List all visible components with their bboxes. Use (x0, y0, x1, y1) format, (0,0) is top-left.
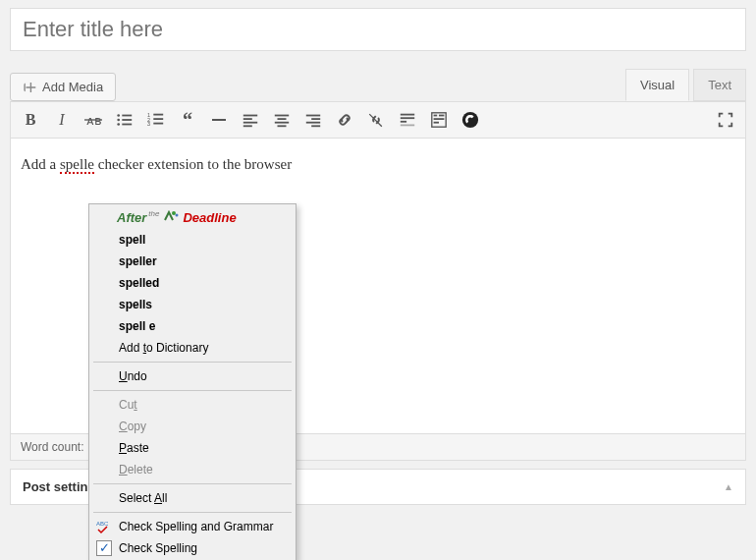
svg-point-2 (117, 114, 120, 117)
svg-rect-9 (153, 114, 163, 116)
check-icon: ✓ (96, 540, 112, 556)
tab-visual[interactable]: Visual (625, 69, 689, 101)
fullscreen-button[interactable] (714, 108, 737, 132)
post-settings-label: Post settin (23, 479, 87, 494)
check-spelling-grammar[interactable]: ABC Check Spelling and Grammar (91, 516, 294, 537)
brand-deadline: Deadline (183, 210, 236, 225)
suggestion-item[interactable]: spelled (91, 272, 294, 294)
svg-rect-22 (306, 115, 320, 117)
align-center-button[interactable] (270, 108, 294, 132)
atd-brand: After the Deadline (91, 206, 294, 229)
copy: Copy (91, 416, 294, 437)
delete: Delete (91, 459, 294, 480)
toolbar-toggle-button[interactable] (427, 108, 451, 132)
svg-rect-24 (306, 122, 320, 124)
svg-rect-23 (311, 118, 320, 120)
undo[interactable]: Undo (91, 365, 294, 387)
svg-rect-25 (311, 125, 320, 127)
add-media-label: Add Media (42, 80, 103, 94)
paste[interactable]: Paste (91, 437, 294, 459)
add-to-dictionary[interactable]: Add to Dictionary (91, 337, 294, 359)
svg-point-4 (117, 119, 120, 122)
suggestion-item[interactable]: spell (91, 229, 294, 251)
svg-rect-3 (122, 115, 132, 117)
svg-rect-5 (122, 119, 132, 121)
svg-rect-19 (278, 118, 287, 120)
svg-rect-27 (401, 117, 414, 119)
misspelled-word[interactable]: spelle (60, 156, 94, 174)
svg-point-6 (117, 123, 120, 126)
toggle-arrow-icon: ▲ (724, 481, 733, 492)
hr-button[interactable] (207, 108, 231, 132)
svg-rect-31 (434, 115, 438, 117)
select-all[interactable]: Select All (91, 487, 294, 509)
link-button[interactable] (333, 108, 356, 132)
content-text-before: Add a (21, 156, 60, 172)
word-count-label: Word count: (21, 440, 83, 454)
svg-point-37 (176, 214, 179, 217)
add-media-button[interactable]: Add Media (10, 73, 116, 101)
svg-rect-11 (153, 118, 163, 120)
separator (93, 483, 292, 484)
svg-rect-20 (275, 122, 289, 124)
strikethrough-button[interactable]: ᴀʙᴄ (81, 108, 105, 132)
svg-point-36 (172, 211, 176, 215)
svg-rect-33 (434, 118, 445, 120)
svg-point-35 (462, 112, 478, 128)
insert-more-button[interactable] (396, 108, 419, 132)
abc-check-icon: ABC (96, 519, 112, 534)
italic-button[interactable]: I (50, 108, 74, 132)
media-icon (23, 81, 36, 94)
blockquote-button[interactable]: “ (176, 108, 199, 132)
svg-text:3: 3 (147, 121, 150, 127)
brand-logo-icon (163, 210, 179, 222)
svg-rect-7 (122, 124, 132, 126)
check-spelling[interactable]: ✓ Check Spelling (91, 537, 294, 559)
context-menu: After the Deadline spell speller spelled… (88, 203, 297, 560)
svg-rect-29 (401, 125, 414, 127)
svg-rect-16 (243, 122, 257, 124)
svg-text:ABC: ABC (96, 521, 109, 527)
content-text-after: checker extension to the browser (94, 156, 292, 172)
bold-button[interactable]: B (19, 108, 42, 132)
brand-the: the (148, 209, 159, 218)
align-left-button[interactable] (239, 108, 262, 132)
svg-rect-18 (275, 115, 289, 117)
svg-rect-26 (401, 114, 414, 116)
title-input[interactable] (10, 8, 746, 51)
bullet-list-button[interactable] (113, 108, 136, 132)
cut: Cut (91, 394, 294, 416)
align-right-button[interactable] (301, 108, 325, 132)
suggestion-item[interactable]: spells (91, 294, 294, 315)
separator (93, 390, 292, 391)
svg-rect-34 (434, 122, 439, 124)
toolbar: B I ᴀʙᴄ 123 “ (11, 102, 745, 139)
unlink-button[interactable] (364, 108, 388, 132)
svg-rect-14 (243, 115, 257, 117)
editor-tabs: Visual Text (621, 69, 746, 101)
svg-rect-15 (243, 118, 252, 120)
tab-text[interactable]: Text (693, 69, 746, 101)
suggestion-item[interactable]: spell e (91, 315, 294, 337)
separator (93, 362, 292, 363)
suggestion-item[interactable]: speller (91, 251, 294, 272)
numbered-list-button[interactable]: 123 (144, 108, 168, 132)
svg-rect-28 (401, 121, 406, 123)
brand-after: After (117, 210, 146, 225)
svg-rect-21 (278, 125, 287, 127)
proofread-button[interactable] (459, 108, 482, 132)
svg-rect-17 (243, 125, 252, 127)
svg-rect-13 (153, 123, 163, 125)
svg-rect-32 (439, 115, 444, 117)
separator (93, 512, 292, 513)
